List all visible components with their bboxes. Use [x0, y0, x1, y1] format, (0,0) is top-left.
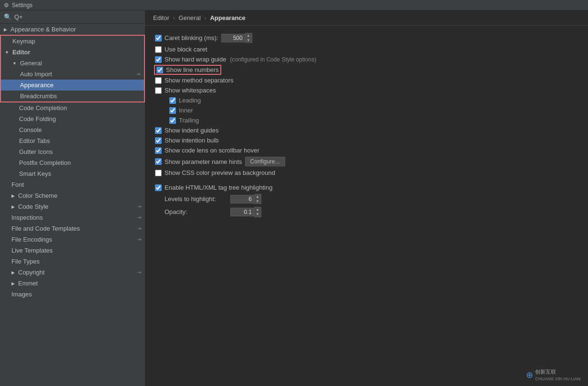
sidebar-item-smart-keys[interactable]: Smart Keys [0, 168, 145, 179]
sidebar-item-file-encodings[interactable]: File Encodings⇥ [0, 234, 145, 245]
sidebar-item-auto-import[interactable]: Auto Import⇥ [1, 69, 144, 80]
show-param-hints-text: Show parameter name hints [165, 158, 242, 165]
configure-button[interactable]: Configure... [245, 157, 285, 166]
caret-blinking-arrows[interactable]: ▲ ▼ [245, 33, 252, 43]
show-param-hints-checkbox[interactable] [155, 158, 162, 165]
show-css-preview-text: Show CSS color preview as background [165, 169, 275, 176]
sidebar-item-appearance[interactable]: Appearance [1, 80, 144, 91]
editor-label: Editor [12, 49, 31, 56]
show-method-sep-checkbox[interactable] [155, 77, 162, 84]
keymap-label: Keymap [12, 38, 35, 45]
auto-import-export-icon: ⇥ [136, 71, 140, 77]
caret-blinking-spinner[interactable]: ▲ ▼ [221, 33, 252, 43]
sidebar-item-code-completion[interactable]: Code Completion [0, 102, 145, 113]
setting-show-hard-wrap: Show hard wrap guide (configured in Code… [155, 54, 578, 64]
sidebar-item-general[interactable]: ▼General [1, 58, 144, 69]
enable-html-label[interactable]: Enable HTML/XML tag tree highlighting [155, 184, 272, 191]
show-hard-wrap-label[interactable]: Show hard wrap guide [155, 56, 226, 63]
code-style-label: Code Style [18, 203, 49, 210]
sidebar-item-color-scheme[interactable]: ▶Color Scheme [0, 190, 145, 201]
levels-highlight-arrows[interactable]: ▲ ▼ [254, 194, 261, 204]
show-line-numbers-checkbox[interactable] [156, 67, 163, 73]
leading-label[interactable]: Leading [169, 97, 201, 104]
caret-blinking-up[interactable]: ▲ [245, 33, 252, 38]
setting-trailing: Trailing [155, 115, 578, 125]
search-bar[interactable]: 🔍 [0, 10, 145, 24]
sidebar-item-copyright[interactable]: ▶Copyright⇥ [0, 267, 145, 278]
enable-html-checkbox[interactable] [155, 184, 162, 191]
sidebar-item-images[interactable]: Images [0, 289, 145, 300]
show-css-preview-label[interactable]: Show CSS color preview as background [155, 169, 275, 176]
sidebar-item-file-types[interactable]: File Types [0, 256, 145, 267]
setting-caret-blinking: Caret blinking (ms): ▲ ▼ [155, 31, 578, 44]
show-hard-wrap-text: Show hard wrap guide [165, 56, 226, 63]
file-code-templates-export-icon: ⇥ [137, 225, 141, 232]
search-input[interactable] [14, 13, 141, 20]
opacity-input[interactable] [230, 208, 254, 216]
show-indent-guides-checkbox[interactable] [155, 127, 162, 134]
sidebar-item-font[interactable]: Font [0, 179, 145, 190]
show-indent-guides-text: Show indent guides [165, 127, 218, 134]
show-intention-bulb-checkbox[interactable] [155, 137, 162, 144]
caret-blinking-input[interactable] [221, 34, 245, 42]
show-hard-wrap-checkbox[interactable] [155, 56, 162, 63]
use-block-caret-checkbox[interactable] [155, 46, 162, 53]
sidebar-item-emmet[interactable]: ▶Emmet [0, 278, 145, 289]
opacity-spinner[interactable]: ▲ ▼ [230, 207, 261, 217]
bottom-logo: ⊕ 创新互联CHUANG XIN HU LIAN [526, 368, 580, 381]
window-title: Settings [12, 2, 32, 9]
sidebar-item-gutter-icons[interactable]: Gutter Icons [0, 146, 145, 157]
inner-checkbox[interactable] [169, 107, 176, 114]
setting-show-css-preview: Show CSS color preview as background [155, 168, 578, 178]
sidebar-item-appearance-behavior[interactable]: ▶Appearance & Behavior [0, 24, 145, 35]
sidebar-item-editor-tabs[interactable]: Editor Tabs [0, 135, 145, 146]
show-param-hints-label[interactable]: Show parameter name hints [155, 158, 242, 165]
show-whitespaces-label[interactable]: Show whitespaces [155, 87, 216, 94]
gutter-icons-label: Gutter Icons [19, 148, 53, 155]
sidebar-item-live-templates[interactable]: Live Templates [0, 245, 145, 256]
show-whitespaces-checkbox[interactable] [155, 87, 162, 94]
breadcrumbs-label: Breadcrumbs [20, 92, 57, 100]
opacity-down[interactable]: ▼ [254, 212, 261, 217]
levels-highlight-up[interactable]: ▲ [254, 194, 261, 199]
show-intention-bulb-label[interactable]: Show intention bulb [155, 137, 218, 144]
levels-highlight-down[interactable]: ▼ [254, 199, 261, 204]
caret-blinking-label[interactable]: Caret blinking (ms): [155, 34, 218, 41]
inner-label[interactable]: Inner [169, 107, 193, 114]
emmet-label: Emmet [18, 280, 38, 287]
trailing-checkbox[interactable] [169, 117, 176, 124]
appearance-behavior-label: Appearance & Behavior [10, 26, 76, 33]
console-label: Console [19, 126, 42, 133]
sidebar-item-code-style[interactable]: ▶Code Style⇥ [0, 201, 145, 212]
show-line-numbers-label[interactable]: Show line numbers [155, 66, 220, 74]
show-css-preview-checkbox[interactable] [155, 170, 162, 176]
levels-highlight-spinner[interactable]: ▲ ▼ [230, 194, 261, 204]
sidebar-item-editor[interactable]: ▼Editor [1, 47, 144, 58]
trailing-label[interactable]: Trailing [169, 117, 199, 124]
sidebar-item-keymap[interactable]: Keymap [1, 36, 144, 47]
show-code-lens-checkbox[interactable] [155, 147, 162, 154]
opacity-up[interactable]: ▲ [254, 207, 261, 212]
file-code-templates-label: File and Code Templates [11, 225, 80, 232]
sidebar-item-code-folding[interactable]: Code Folding [0, 113, 145, 124]
show-code-lens-label[interactable]: Show code lens on scrollbar hover [155, 147, 259, 154]
show-indent-guides-label[interactable]: Show indent guides [155, 127, 218, 134]
sidebar-item-breadcrumbs[interactable]: Breadcrumbs [1, 91, 144, 102]
settings-panel: Caret blinking (ms): ▲ ▼ Use block caret [145, 26, 588, 386]
caret-blinking-checkbox[interactable] [155, 35, 162, 41]
enable-html-text: Enable HTML/XML tag tree highlighting [165, 184, 272, 191]
opacity-arrows[interactable]: ▲ ▼ [254, 207, 261, 217]
sidebar-item-console[interactable]: Console [0, 124, 145, 135]
leading-checkbox[interactable] [169, 97, 176, 104]
auto-import-label: Auto Import [20, 71, 52, 78]
use-block-caret-label[interactable]: Use block caret [155, 46, 207, 53]
copyright-export-icon: ⇥ [137, 269, 141, 275]
show-whitespaces-text: Show whitespaces [165, 87, 216, 94]
sidebar-item-inspections[interactable]: Inspections⇥ [0, 212, 145, 223]
show-method-sep-label[interactable]: Show method separators [155, 77, 234, 84]
sidebar-item-file-code-templates[interactable]: File and Code Templates⇥ [0, 223, 145, 234]
levels-highlight-input[interactable] [230, 195, 254, 203]
sidebar-item-postfix-completion[interactable]: Postfix Completion [0, 157, 145, 168]
caret-blinking-down[interactable]: ▼ [245, 38, 252, 43]
logo-text: 创新互联CHUANG XIN HU LIAN [535, 368, 580, 381]
